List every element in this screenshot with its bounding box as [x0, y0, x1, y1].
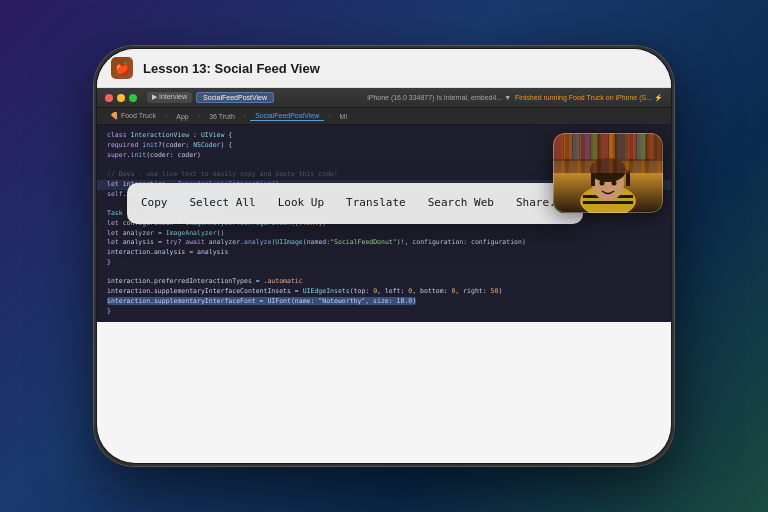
xcode-tab-bar: 🍕 Food Truck › App › 36 Truth › SocialFe… [97, 108, 671, 125]
context-menu-search-web[interactable]: Search Web [418, 189, 504, 218]
svg-point-20 [612, 181, 617, 186]
tab-mi[interactable]: Mi [335, 112, 352, 121]
code-line: let analysis = try? await analyzer.analy… [107, 238, 661, 248]
svg-point-19 [600, 181, 605, 186]
context-menu-copy[interactable]: Copy [131, 189, 178, 218]
nav-item-socialfeed[interactable]: SocialFeedPostView [196, 92, 274, 103]
code-line: interaction.preferredInteractionTypes = … [107, 277, 661, 287]
bookshelf-background [553, 133, 663, 173]
pip-video [553, 133, 663, 213]
tab-food-truck[interactable]: 🍕 Food Truck [105, 111, 161, 121]
minimize-button[interactable] [117, 94, 125, 102]
iphone-screen: 🍎 Lesson 13: Social Feed View ▶ Intervie… [97, 49, 671, 463]
lesson-icon: 🍎 [111, 57, 133, 79]
xcode-toolbar: ▶ Interview SocialFeedPostView iPhone (1… [97, 88, 671, 108]
code-line: } [107, 258, 661, 268]
iphone-frame: 🍎 Lesson 13: Social Feed View ▶ Intervie… [94, 46, 674, 466]
nav-item-interview[interactable]: ▶ Interview [147, 92, 192, 103]
code-line: interaction.analysis = analysis [107, 248, 661, 258]
context-menu: Copy Select All Look Up Translate Search… [127, 183, 583, 224]
main-content: class InteractionView : UIView { require… [97, 125, 671, 463]
code-line: interaction.supplementaryInterfaceConten… [107, 287, 661, 297]
lesson-bar: 🍎 Lesson 13: Social Feed View [97, 49, 671, 88]
code-line: let analyzer = ImageAnalyzer() [107, 229, 661, 239]
context-menu-look-up[interactable]: Look Up [268, 189, 334, 218]
device-selector[interactable]: iPhone (16.0 334877) Is Internal, embed4… [367, 94, 511, 101]
context-menu-translate[interactable]: Translate [336, 189, 416, 218]
pip-person [553, 133, 663, 213]
context-menu-select-all[interactable]: Select All [180, 189, 266, 218]
code-line [107, 268, 661, 278]
svg-rect-14 [583, 201, 633, 204]
close-button[interactable] [105, 94, 113, 102]
scene-wrapper: 🍎 Lesson 13: Social Feed View ▶ Intervie… [0, 0, 768, 512]
build-status: Finished running Food Truck on iPhone (S… [515, 94, 663, 102]
tab-36truth[interactable]: 36 Truth [204, 112, 240, 121]
code-line: } [107, 307, 661, 317]
lesson-title: Lesson 13: Social Feed View [143, 61, 320, 76]
tab-socialfeedview[interactable]: SocialFeedPostView [250, 111, 324, 121]
maximize-button[interactable] [129, 94, 137, 102]
traffic-lights [105, 94, 137, 102]
code-line: interaction.supplementaryInterfaceFont =… [107, 297, 661, 307]
xcode-nav-items: ▶ Interview SocialFeedPostView [147, 92, 274, 103]
tab-app[interactable]: App [171, 112, 193, 121]
